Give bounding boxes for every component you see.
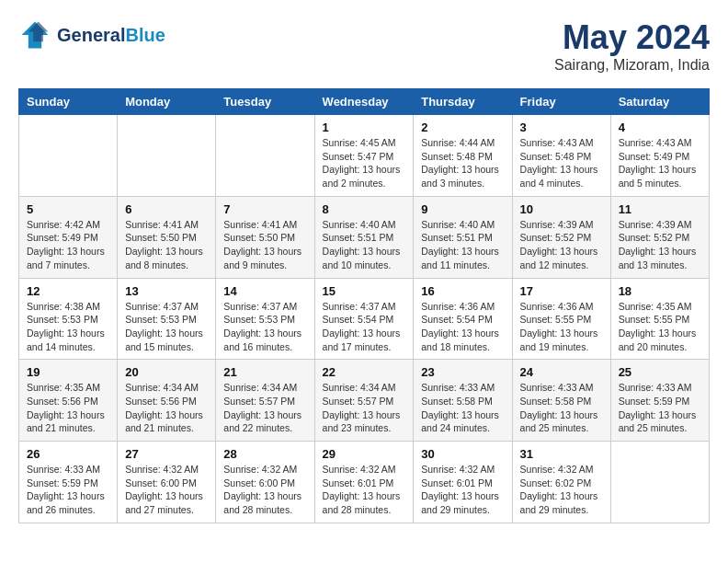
day-number: 17 [520,284,603,298]
day-cell-6: 6Sunrise: 4:41 AM Sunset: 5:50 PM Daylig… [118,196,216,278]
day-cell-10: 10Sunrise: 4:39 AM Sunset: 5:52 PM Dayli… [512,196,610,278]
day-info: Sunrise: 4:36 AM Sunset: 5:55 PM Dayligh… [520,300,603,354]
day-info: Sunrise: 4:35 AM Sunset: 5:55 PM Dayligh… [619,300,701,354]
day-number: 1 [323,121,406,134]
day-cell-18: 18Sunrise: 4:35 AM Sunset: 5:55 PM Dayli… [610,278,709,360]
day-cell-30: 30Sunrise: 4:32 AM Sunset: 6:01 PM Dayli… [414,442,512,523]
day-cell-8: 8Sunrise: 4:40 AM Sunset: 5:51 PM Daylig… [314,196,414,278]
day-number: 25 [619,365,701,379]
logo-text: GeneralBlue [57,25,165,45]
week-row-1: 1Sunrise: 4:45 AM Sunset: 5:47 PM Daylig… [19,115,710,197]
day-cell-28: 28Sunrise: 4:32 AM Sunset: 6:00 PM Dayli… [216,442,314,523]
day-cell-22: 22Sunrise: 4:34 AM Sunset: 5:57 PM Dayli… [314,360,414,442]
weekday-header-saturday: Saturday [610,89,709,115]
day-cell-5: 5Sunrise: 4:42 AM Sunset: 5:49 PM Daylig… [19,196,118,278]
empty-cell [118,115,216,197]
day-info: Sunrise: 4:43 AM Sunset: 5:49 PM Dayligh… [619,136,701,190]
day-info: Sunrise: 4:40 AM Sunset: 5:51 PM Dayligh… [421,218,504,272]
weekday-header-thursday: Thursday [414,89,512,115]
day-number: 18 [619,284,701,298]
day-info: Sunrise: 4:37 AM Sunset: 5:53 PM Dayligh… [223,300,306,354]
day-info: Sunrise: 4:41 AM Sunset: 5:50 PM Dayligh… [125,218,208,272]
day-number: 5 [27,202,109,216]
day-cell-12: 12Sunrise: 4:38 AM Sunset: 5:53 PM Dayli… [19,278,118,360]
day-cell-2: 2Sunrise: 4:44 AM Sunset: 5:48 PM Daylig… [414,115,512,197]
day-info: Sunrise: 4:34 AM Sunset: 5:57 PM Dayligh… [323,381,406,435]
day-cell-25: 25Sunrise: 4:33 AM Sunset: 5:59 PM Dayli… [610,360,709,442]
day-info: Sunrise: 4:40 AM Sunset: 5:51 PM Dayligh… [323,218,406,272]
day-number: 11 [619,202,701,216]
empty-cell [216,115,314,197]
day-info: Sunrise: 4:39 AM Sunset: 5:52 PM Dayligh… [520,218,603,272]
day-cell-24: 24Sunrise: 4:33 AM Sunset: 5:58 PM Dayli… [512,360,610,442]
day-number: 21 [223,365,306,379]
empty-cell [610,442,709,523]
day-cell-3: 3Sunrise: 4:43 AM Sunset: 5:48 PM Daylig… [512,115,610,197]
day-number: 28 [223,447,306,461]
day-number: 3 [520,121,603,134]
day-number: 12 [27,284,109,298]
day-number: 27 [125,447,208,461]
week-row-3: 12Sunrise: 4:38 AM Sunset: 5:53 PM Dayli… [19,278,710,360]
day-number: 8 [323,202,406,216]
day-info: Sunrise: 4:42 AM Sunset: 5:49 PM Dayligh… [27,218,109,272]
day-info: Sunrise: 4:38 AM Sunset: 5:53 PM Dayligh… [27,300,109,354]
day-cell-13: 13Sunrise: 4:37 AM Sunset: 5:53 PM Dayli… [118,278,216,360]
day-cell-20: 20Sunrise: 4:34 AM Sunset: 5:56 PM Dayli… [118,360,216,442]
day-number: 22 [323,365,406,379]
day-cell-31: 31Sunrise: 4:32 AM Sunset: 6:02 PM Dayli… [512,442,610,523]
weekday-header-tuesday: Tuesday [216,89,314,115]
day-cell-9: 9Sunrise: 4:40 AM Sunset: 5:51 PM Daylig… [414,196,512,278]
day-info: Sunrise: 4:32 AM Sunset: 6:01 PM Dayligh… [323,463,406,517]
day-number: 2 [421,121,504,134]
day-number: 29 [323,447,406,461]
location: Sairang, Mizoram, India [554,57,710,74]
day-info: Sunrise: 4:41 AM Sunset: 5:50 PM Dayligh… [223,218,306,272]
week-row-2: 5Sunrise: 4:42 AM Sunset: 5:49 PM Daylig… [19,196,710,278]
day-number: 14 [223,284,306,298]
day-info: Sunrise: 4:32 AM Sunset: 6:00 PM Dayligh… [125,463,208,517]
calendar-table: SundayMondayTuesdayWednesdayThursdayFrid… [18,88,710,523]
day-info: Sunrise: 4:37 AM Sunset: 5:54 PM Dayligh… [323,300,406,354]
day-info: Sunrise: 4:33 AM Sunset: 5:58 PM Dayligh… [520,381,603,435]
day-number: 4 [619,121,701,134]
day-cell-1: 1Sunrise: 4:45 AM Sunset: 5:47 PM Daylig… [314,115,414,197]
day-info: Sunrise: 4:33 AM Sunset: 5:58 PM Dayligh… [421,381,504,435]
day-info: Sunrise: 4:32 AM Sunset: 6:00 PM Dayligh… [223,463,306,517]
weekday-header-row: SundayMondayTuesdayWednesdayThursdayFrid… [19,89,710,115]
day-number: 26 [27,447,109,461]
day-number: 24 [520,365,603,379]
day-info: Sunrise: 4:45 AM Sunset: 5:47 PM Dayligh… [323,136,406,190]
day-cell-16: 16Sunrise: 4:36 AM Sunset: 5:54 PM Dayli… [414,278,512,360]
day-cell-17: 17Sunrise: 4:36 AM Sunset: 5:55 PM Dayli… [512,278,610,360]
day-cell-27: 27Sunrise: 4:32 AM Sunset: 6:00 PM Dayli… [118,442,216,523]
page-header: GeneralBlue May 2024 Sairang, Mizoram, I… [18,18,710,74]
logo-icon [18,18,51,52]
weekday-header-friday: Friday [512,89,610,115]
day-info: Sunrise: 4:34 AM Sunset: 5:56 PM Dayligh… [125,381,208,435]
day-number: 6 [125,202,208,216]
weekday-header-monday: Monday [118,89,216,115]
day-info: Sunrise: 4:34 AM Sunset: 5:57 PM Dayligh… [223,381,306,435]
day-number: 23 [421,365,504,379]
day-info: Sunrise: 4:33 AM Sunset: 5:59 PM Dayligh… [27,463,109,517]
day-cell-26: 26Sunrise: 4:33 AM Sunset: 5:59 PM Dayli… [19,442,118,523]
day-number: 30 [421,447,504,461]
day-number: 19 [27,365,109,379]
logo: GeneralBlue [18,18,165,52]
day-number: 20 [125,365,208,379]
day-info: Sunrise: 4:43 AM Sunset: 5:48 PM Dayligh… [520,136,603,190]
day-cell-15: 15Sunrise: 4:37 AM Sunset: 5:54 PM Dayli… [314,278,414,360]
day-cell-21: 21Sunrise: 4:34 AM Sunset: 5:57 PM Dayli… [216,360,314,442]
day-cell-14: 14Sunrise: 4:37 AM Sunset: 5:53 PM Dayli… [216,278,314,360]
week-row-4: 19Sunrise: 4:35 AM Sunset: 5:56 PM Dayli… [19,360,710,442]
day-cell-7: 7Sunrise: 4:41 AM Sunset: 5:50 PM Daylig… [216,196,314,278]
day-cell-19: 19Sunrise: 4:35 AM Sunset: 5:56 PM Dayli… [19,360,118,442]
day-number: 10 [520,202,603,216]
day-number: 15 [323,284,406,298]
title-area: May 2024 Sairang, Mizoram, India [554,18,710,74]
day-info: Sunrise: 4:35 AM Sunset: 5:56 PM Dayligh… [27,381,109,435]
week-row-5: 26Sunrise: 4:33 AM Sunset: 5:59 PM Dayli… [19,442,710,523]
day-info: Sunrise: 4:36 AM Sunset: 5:54 PM Dayligh… [421,300,504,354]
day-info: Sunrise: 4:33 AM Sunset: 5:59 PM Dayligh… [619,381,701,435]
